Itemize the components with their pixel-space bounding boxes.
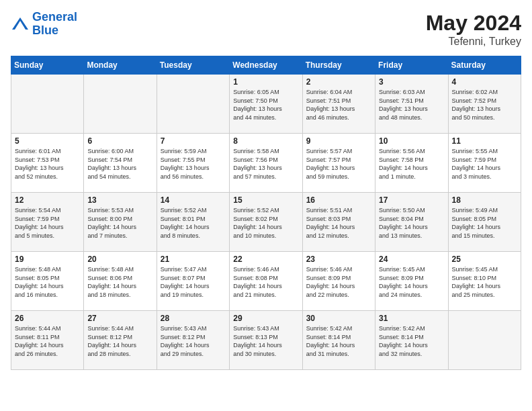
weekday-header-saturday: Saturday xyxy=(448,56,521,75)
weekday-header-thursday: Thursday xyxy=(302,56,375,75)
weekday-header-sunday: Sunday xyxy=(11,56,84,75)
day-info: Sunrise: 5:56 AM Sunset: 7:58 PM Dayligh… xyxy=(379,147,444,181)
day-cell: 12Sunrise: 5:54 AM Sunset: 7:59 PM Dayli… xyxy=(11,193,84,252)
logo-line2: Blue xyxy=(32,24,58,37)
day-number: 23 xyxy=(306,255,371,264)
day-info: Sunrise: 6:01 AM Sunset: 7:53 PM Dayligh… xyxy=(15,147,80,181)
day-cell: 15Sunrise: 5:52 AM Sunset: 8:02 PM Dayli… xyxy=(230,193,302,252)
day-cell: 26Sunrise: 5:44 AM Sunset: 8:11 PM Dayli… xyxy=(11,311,84,370)
logo: General Blue xyxy=(11,11,77,38)
day-info: Sunrise: 5:43 AM Sunset: 8:12 PM Dayligh… xyxy=(161,324,226,358)
day-cell: 8Sunrise: 5:58 AM Sunset: 7:56 PM Daylig… xyxy=(230,134,302,193)
day-cell: 14Sunrise: 5:52 AM Sunset: 8:01 PM Dayli… xyxy=(157,193,229,252)
page-header: General Blue May 2024 Tefenni, Turkey xyxy=(11,11,521,48)
day-number: 4 xyxy=(452,77,517,87)
day-info: Sunrise: 5:46 AM Sunset: 8:08 PM Dayligh… xyxy=(233,265,298,299)
day-cell: 16Sunrise: 5:51 AM Sunset: 8:03 PM Dayli… xyxy=(302,193,375,252)
location-subtitle: Tefenni, Turkey xyxy=(426,36,521,48)
month-title: May 2024 xyxy=(426,11,521,36)
day-number: 6 xyxy=(87,136,152,146)
day-number: 31 xyxy=(379,314,444,323)
day-number: 9 xyxy=(306,136,371,146)
day-number: 27 xyxy=(87,314,152,323)
day-number: 14 xyxy=(161,195,226,205)
day-number: 26 xyxy=(15,314,80,323)
day-cell: 2Sunrise: 6:04 AM Sunset: 7:51 PM Daylig… xyxy=(302,75,375,134)
day-info: Sunrise: 5:45 AM Sunset: 8:10 PM Dayligh… xyxy=(452,265,517,299)
week-row-1: 1Sunrise: 6:05 AM Sunset: 7:50 PM Daylig… xyxy=(11,75,521,134)
weekday-header-monday: Monday xyxy=(84,56,157,75)
day-cell: 11Sunrise: 5:55 AM Sunset: 7:59 PM Dayli… xyxy=(448,134,521,193)
day-cell: 18Sunrise: 5:49 AM Sunset: 8:05 PM Dayli… xyxy=(448,193,521,252)
day-info: Sunrise: 5:42 AM Sunset: 8:14 PM Dayligh… xyxy=(379,324,444,358)
day-number: 25 xyxy=(452,255,517,264)
day-info: Sunrise: 5:46 AM Sunset: 8:09 PM Dayligh… xyxy=(306,265,371,299)
day-info: Sunrise: 5:54 AM Sunset: 7:59 PM Dayligh… xyxy=(15,206,80,240)
day-number: 24 xyxy=(379,255,444,264)
day-number: 21 xyxy=(161,255,226,264)
day-cell: 10Sunrise: 5:56 AM Sunset: 7:58 PM Dayli… xyxy=(375,134,448,193)
day-number: 2 xyxy=(306,77,371,87)
day-cell: 4Sunrise: 6:02 AM Sunset: 7:52 PM Daylig… xyxy=(448,75,521,134)
day-number: 28 xyxy=(161,314,226,323)
day-info: Sunrise: 5:44 AM Sunset: 8:11 PM Dayligh… xyxy=(15,324,80,358)
day-number: 15 xyxy=(233,195,298,205)
day-cell: 13Sunrise: 5:53 AM Sunset: 8:00 PM Dayli… xyxy=(84,193,157,252)
day-number: 10 xyxy=(379,136,444,146)
day-number: 22 xyxy=(233,255,298,264)
day-number: 19 xyxy=(15,255,80,264)
day-info: Sunrise: 5:43 AM Sunset: 8:13 PM Dayligh… xyxy=(233,324,298,358)
day-info: Sunrise: 5:45 AM Sunset: 8:09 PM Dayligh… xyxy=(379,265,444,299)
week-row-2: 5Sunrise: 6:01 AM Sunset: 7:53 PM Daylig… xyxy=(11,134,521,193)
day-info: Sunrise: 6:04 AM Sunset: 7:51 PM Dayligh… xyxy=(306,88,371,122)
day-cell: 28Sunrise: 5:43 AM Sunset: 8:12 PM Dayli… xyxy=(157,311,229,370)
day-number: 18 xyxy=(452,195,517,205)
day-cell: 3Sunrise: 6:03 AM Sunset: 7:51 PM Daylig… xyxy=(375,75,448,134)
week-row-5: 26Sunrise: 5:44 AM Sunset: 8:11 PM Dayli… xyxy=(11,311,521,370)
day-info: Sunrise: 6:03 AM Sunset: 7:51 PM Dayligh… xyxy=(379,88,444,122)
day-info: Sunrise: 5:52 AM Sunset: 8:01 PM Dayligh… xyxy=(161,206,226,240)
day-info: Sunrise: 5:58 AM Sunset: 7:56 PM Dayligh… xyxy=(233,147,298,181)
day-info: Sunrise: 5:59 AM Sunset: 7:55 PM Dayligh… xyxy=(161,147,226,181)
day-info: Sunrise: 5:55 AM Sunset: 7:59 PM Dayligh… xyxy=(452,147,517,181)
logo-icon xyxy=(11,15,30,34)
weekday-header-row: SundayMondayTuesdayWednesdayThursdayFrid… xyxy=(11,56,521,75)
day-info: Sunrise: 5:51 AM Sunset: 8:03 PM Dayligh… xyxy=(306,206,371,240)
day-cell: 9Sunrise: 5:57 AM Sunset: 7:57 PM Daylig… xyxy=(302,134,375,193)
logo-text: General Blue xyxy=(32,11,77,38)
day-number: 13 xyxy=(87,195,152,205)
day-number: 17 xyxy=(379,195,444,205)
day-cell: 30Sunrise: 5:42 AM Sunset: 8:14 PM Dayli… xyxy=(302,311,375,370)
day-cell: 19Sunrise: 5:48 AM Sunset: 8:05 PM Dayli… xyxy=(11,252,84,311)
day-info: Sunrise: 5:57 AM Sunset: 7:57 PM Dayligh… xyxy=(306,147,371,181)
day-info: Sunrise: 5:50 AM Sunset: 8:04 PM Dayligh… xyxy=(379,206,444,240)
day-cell xyxy=(157,75,229,134)
day-info: Sunrise: 6:05 AM Sunset: 7:50 PM Dayligh… xyxy=(233,88,298,122)
day-cell xyxy=(84,75,157,134)
day-info: Sunrise: 5:44 AM Sunset: 8:12 PM Dayligh… xyxy=(87,324,152,358)
day-cell xyxy=(11,75,84,134)
day-cell: 27Sunrise: 5:44 AM Sunset: 8:12 PM Dayli… xyxy=(84,311,157,370)
day-info: Sunrise: 6:00 AM Sunset: 7:54 PM Dayligh… xyxy=(87,147,152,181)
day-number: 20 xyxy=(87,255,152,264)
day-cell: 5Sunrise: 6:01 AM Sunset: 7:53 PM Daylig… xyxy=(11,134,84,193)
week-row-4: 19Sunrise: 5:48 AM Sunset: 8:05 PM Dayli… xyxy=(11,252,521,311)
day-number: 7 xyxy=(161,136,226,146)
day-info: Sunrise: 5:47 AM Sunset: 8:07 PM Dayligh… xyxy=(161,265,226,299)
day-cell: 31Sunrise: 5:42 AM Sunset: 8:14 PM Dayli… xyxy=(375,311,448,370)
calendar-table: SundayMondayTuesdayWednesdayThursdayFrid… xyxy=(11,56,521,370)
day-cell: 21Sunrise: 5:47 AM Sunset: 8:07 PM Dayli… xyxy=(157,252,229,311)
day-info: Sunrise: 5:48 AM Sunset: 8:06 PM Dayligh… xyxy=(87,265,152,299)
day-number: 16 xyxy=(306,195,371,205)
day-cell xyxy=(448,311,521,370)
day-info: Sunrise: 5:53 AM Sunset: 8:00 PM Dayligh… xyxy=(87,206,152,240)
day-number: 30 xyxy=(306,314,371,323)
day-number: 5 xyxy=(15,136,80,146)
day-number: 1 xyxy=(233,77,298,87)
day-info: Sunrise: 5:49 AM Sunset: 8:05 PM Dayligh… xyxy=(452,206,517,240)
day-cell: 20Sunrise: 5:48 AM Sunset: 8:06 PM Dayli… xyxy=(84,252,157,311)
day-cell: 29Sunrise: 5:43 AM Sunset: 8:13 PM Dayli… xyxy=(230,311,302,370)
day-cell: 17Sunrise: 5:50 AM Sunset: 8:04 PM Dayli… xyxy=(375,193,448,252)
weekday-header-friday: Friday xyxy=(375,56,448,75)
day-cell: 25Sunrise: 5:45 AM Sunset: 8:10 PM Dayli… xyxy=(448,252,521,311)
